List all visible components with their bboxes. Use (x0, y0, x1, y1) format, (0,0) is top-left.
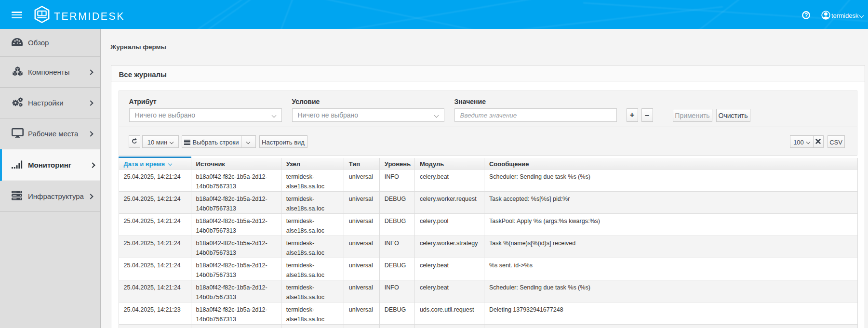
svg-text:?: ? (804, 12, 808, 19)
